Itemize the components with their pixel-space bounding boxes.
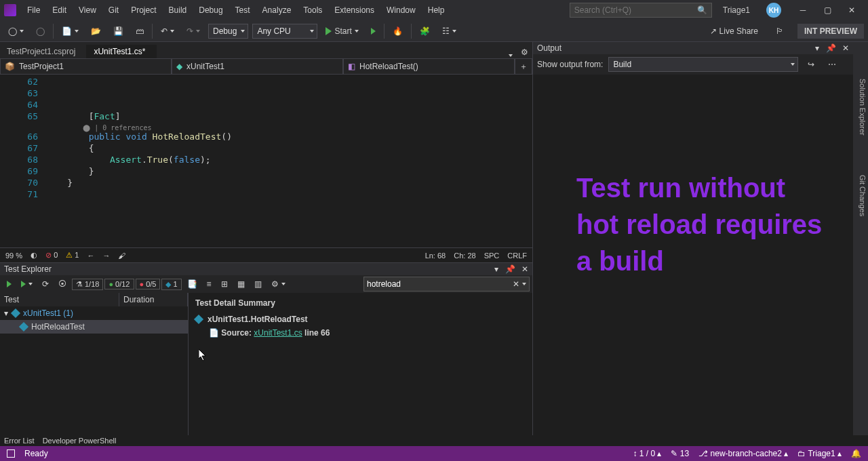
search-dropdown-icon[interactable] <box>522 283 526 285</box>
split-editor-button[interactable]: ＋ <box>515 58 532 75</box>
toolbar-button[interactable]: ☷ <box>438 25 460 37</box>
options-button[interactable]: ≡ <box>203 278 216 290</box>
config-dropdown[interactable]: Debug <box>208 24 248 39</box>
passed-tests-badge[interactable]: ● 0/12 <box>104 279 134 289</box>
start-no-debug-button[interactable] <box>367 26 380 36</box>
tab-settings-icon[interactable]: ⚙ <box>517 46 532 58</box>
nav-forward-button[interactable]: ◯ <box>32 25 49 37</box>
errors-count[interactable]: ⊘ 0 <box>45 251 58 260</box>
indent-mode[interactable]: SPC <box>484 252 500 260</box>
repeat-tests-button[interactable]: ⟳ <box>38 278 53 290</box>
autohide-icon[interactable]: ▾ <box>494 264 498 274</box>
settings-button[interactable]: ⚙ <box>267 278 290 290</box>
quick-search-input[interactable] <box>574 5 690 15</box>
window-pos-icon[interactable]: ▾ <box>815 43 819 53</box>
quick-search[interactable]: 🔍 <box>570 3 712 18</box>
output-source-dropdown[interactable]: Build <box>608 57 798 72</box>
col-test[interactable]: Test <box>0 293 119 306</box>
pin-icon[interactable]: 📌 <box>505 264 515 274</box>
feedback-button[interactable]: 🏳 <box>772 25 788 37</box>
test-search[interactable]: ✕ <box>363 277 530 292</box>
new-item-button[interactable]: 📄 <box>58 25 83 37</box>
nav-member[interactable]: ◧HotReloadTest() <box>343 58 515 75</box>
total-tests-badge[interactable]: ⚗ 1/18 <box>72 279 103 290</box>
close-icon[interactable]: ✕ <box>521 264 528 274</box>
not-run-tests-badge[interactable]: ◆ 1 <box>161 279 181 290</box>
columns-button[interactable]: ▦ <box>233 278 249 290</box>
menu-help[interactable]: Help <box>422 4 450 16</box>
nav-back-button[interactable]: ◯ <box>4 25 28 37</box>
tab-error-list[interactable]: Error List <box>4 437 35 445</box>
menu-file[interactable]: File <box>22 4 45 16</box>
expand-icon[interactable]: ▾ <box>4 308 8 318</box>
output-body[interactable]: Test run without hot reload requires a b… <box>533 75 853 435</box>
menu-view[interactable]: View <box>73 4 102 16</box>
layout-button[interactable]: ▥ <box>250 278 266 290</box>
nav-project[interactable]: 📦TestProject1 <box>0 58 172 75</box>
tab-csproj[interactable]: TestProject1.csproj <box>0 45 87 58</box>
clear-icon[interactable]: ✕ <box>513 279 519 289</box>
hot-reload-button[interactable]: 🔥 <box>389 25 407 37</box>
toolbar-button[interactable]: 🧩 <box>416 25 434 37</box>
tab-git-changes[interactable]: Git Changes <box>853 172 868 219</box>
run-tests-button[interactable] <box>17 279 37 289</box>
col-duration[interactable]: Duration <box>119 293 188 306</box>
zoom-level[interactable]: 99 % <box>5 252 22 260</box>
close-icon[interactable]: ✕ <box>842 43 849 53</box>
test-tree[interactable]: Test Duration ▾ xUnitTest1 (1) HotReload… <box>0 293 189 435</box>
warnings-count[interactable]: ⚠ 1 <box>66 251 79 260</box>
source-file-link[interactable]: xUnitTest1.cs <box>254 328 302 338</box>
code-editor[interactable]: 6263 6465 6667 6869 7071 [Fact] ⬤ | 0 re… <box>0 75 532 247</box>
line-number[interactable]: Ln: 68 <box>425 252 446 260</box>
playlist-button[interactable]: 📑 <box>183 278 201 290</box>
save-all-button[interactable]: 🗃 <box>132 25 148 37</box>
col-number[interactable]: Ch: 28 <box>454 252 475 260</box>
platform-dropdown[interactable]: Any CPU <box>252 24 317 39</box>
build-tests-button[interactable]: ⦿ <box>54 278 71 290</box>
test-search-input[interactable] <box>367 279 513 289</box>
group-by-button[interactable]: ⊞ <box>217 278 232 290</box>
tab-solution-explorer[interactable]: Solution Explorer <box>853 76 868 138</box>
failed-tests-badge[interactable]: ● 0/5 <box>136 279 161 289</box>
branch-info[interactable]: ⎇ new-branch-cache2 ▴ <box>698 449 788 458</box>
output-options-button[interactable]: ⋯ <box>824 58 840 71</box>
menu-analyze[interactable]: Analyze <box>257 4 297 16</box>
col-info[interactable]: ✎ 13 <box>671 449 689 458</box>
cleanup-icon[interactable]: 🖌 <box>118 252 125 260</box>
nav-next-issue[interactable]: → <box>102 252 110 260</box>
menu-build[interactable]: Build <box>163 4 193 16</box>
menu-test[interactable]: Test <box>230 4 256 16</box>
test-tree-item[interactable]: HotReloadTest <box>0 320 188 334</box>
minimize-button[interactable]: ─ <box>791 2 815 18</box>
tab-source[interactable]: xUnitTest1.cs* <box>87 45 157 58</box>
nav-prev-issue[interactable]: ← <box>87 252 94 260</box>
close-button[interactable]: ✕ <box>840 2 864 18</box>
menu-window[interactable]: Window <box>381 4 421 16</box>
menu-git[interactable]: Git <box>103 4 124 16</box>
pin-icon[interactable]: 📌 <box>826 43 836 53</box>
test-tree-root[interactable]: ▾ xUnitTest1 (1) <box>0 306 188 320</box>
nav-class[interactable]: ◆xUnitTest1 <box>172 58 343 75</box>
run-all-tests-button[interactable] <box>3 279 16 289</box>
tab-overflow-button[interactable] <box>505 53 517 58</box>
open-file-button[interactable]: 📂 <box>87 25 105 37</box>
info-icon[interactable]: ◐ <box>31 251 37 260</box>
redo-button[interactable]: ↷ <box>182 25 204 37</box>
notifications-icon[interactable]: 🔔 <box>851 449 861 458</box>
menu-extensions[interactable]: Extensions <box>329 4 380 16</box>
menu-debug[interactable]: Debug <box>193 4 228 16</box>
sel-info[interactable]: ↕ 1 / 0 ▴ <box>633 449 661 458</box>
liveshare-button[interactable]: ↗ Live Share <box>706 25 762 37</box>
goto-error-button[interactable]: ↪ <box>804 58 818 71</box>
start-debug-button[interactable]: Start <box>321 25 362 37</box>
save-button[interactable]: 💾 <box>109 25 127 37</box>
repo-info[interactable]: 🗀 Triage1 ▴ <box>797 449 842 458</box>
user-avatar[interactable]: KH <box>766 3 781 18</box>
undo-button[interactable]: ↶ <box>157 25 178 37</box>
maximize-button[interactable]: ▢ <box>815 2 840 18</box>
tab-powershell[interactable]: Developer PowerShell <box>43 437 117 445</box>
menu-edit[interactable]: Edit <box>47 4 72 16</box>
line-ending[interactable]: CRLF <box>507 252 527 260</box>
menu-tools[interactable]: Tools <box>298 4 328 16</box>
menu-project[interactable]: Project <box>125 4 161 16</box>
